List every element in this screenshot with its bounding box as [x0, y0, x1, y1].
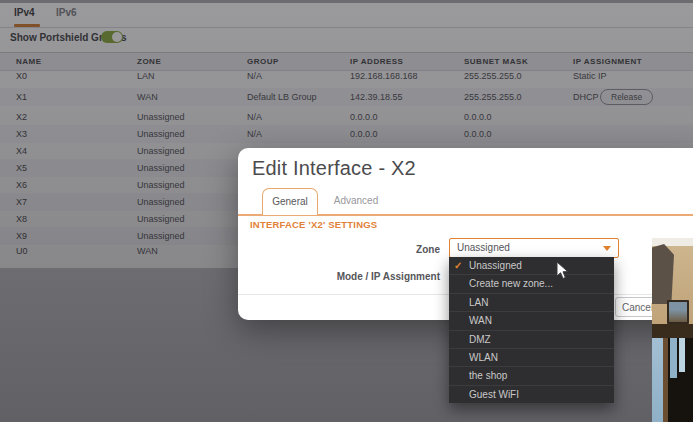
zone-dropdown-item-label: DMZ — [469, 334, 491, 345]
zone-dropdown-item[interactable]: ✓ Unassigned — [449, 257, 614, 274]
webcam-silhouette — [652, 244, 674, 304]
webcam-overlay — [652, 238, 693, 422]
webcam-window-pane2 — [679, 338, 685, 372]
zone-dropdown-item-label: WLAN — [469, 352, 498, 363]
zone-dropdown-item-label: Unassigned — [469, 260, 522, 271]
mode-field-label: Mode / IP Assignment — [238, 270, 440, 284]
webcam-shelf — [652, 324, 693, 338]
webcam-lower-area — [652, 338, 693, 422]
zone-dropdown-item-label: LAN — [469, 297, 488, 308]
mouse-cursor — [556, 261, 570, 281]
zone-dropdown-item[interactable]: ✓ WAN — [449, 311, 614, 329]
checkmark-icon: ✓ — [454, 257, 462, 274]
zone-select-value: Unassigned — [457, 239, 510, 257]
zone-dropdown-item[interactable]: ✓ Create new zone... — [449, 274, 614, 292]
zone-dropdown-item[interactable]: ✓ WLAN — [449, 348, 614, 366]
modal-tab-advanced[interactable]: Advanced — [328, 188, 384, 214]
zone-dropdown-item-label: Create new zone... — [469, 278, 553, 289]
zone-dropdown-item[interactable]: ✓ Guest WiFI — [449, 385, 614, 403]
zone-dropdown-item[interactable]: ✓ DMZ — [449, 330, 614, 348]
zone-field-label: Zone — [238, 241, 440, 259]
webcam-picture — [669, 302, 687, 322]
zone-select[interactable]: Unassigned — [449, 238, 619, 258]
modal-tab-general[interactable]: General — [262, 188, 318, 215]
modal-title: Edit Interface - X2 — [252, 157, 416, 180]
chevron-down-icon — [603, 246, 611, 251]
interface-settings-header: INTERFACE 'X2' SETTINGS — [250, 219, 377, 230]
webcam-window-left — [652, 338, 663, 422]
zone-dropdown-item-label: Guest WiFI — [469, 389, 519, 400]
zone-dropdown-item[interactable]: ✓ LAN — [449, 293, 614, 311]
webcam-window-pane1 — [670, 338, 677, 378]
zone-dropdown-item-label: WAN — [469, 315, 492, 326]
webcam-wood-post — [663, 338, 668, 422]
zone-dropdown-item[interactable]: ✓ the shop — [449, 366, 614, 384]
zone-dropdown-item-label: the shop — [469, 370, 507, 381]
webcam-picture-frame — [667, 300, 689, 324]
zone-dropdown-menu: ✓ Unassigned ✓ Create new zone... ✓ LAN … — [449, 257, 614, 403]
